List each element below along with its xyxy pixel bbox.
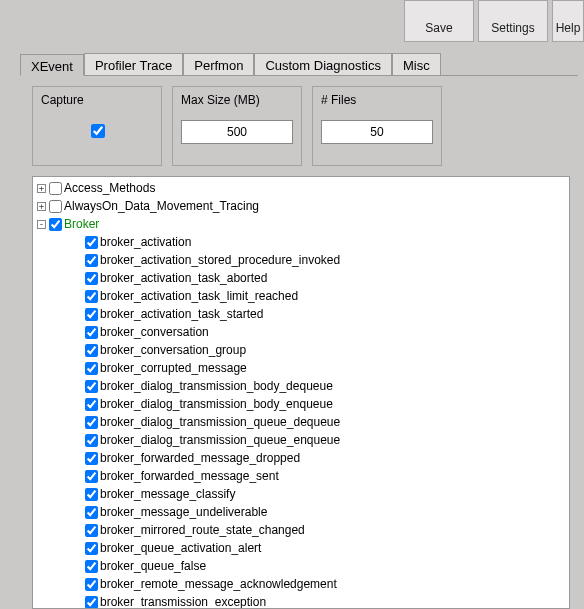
tree-row[interactable]: broker_forwarded_message_sent xyxy=(37,467,567,485)
expander-spacer xyxy=(73,418,82,427)
tree-checkbox[interactable] xyxy=(85,578,98,591)
tree-row[interactable]: broker_activation_task_aborted xyxy=(37,269,567,287)
tree-checkbox[interactable] xyxy=(85,236,98,249)
tree-label: broker_queue_false xyxy=(100,559,206,573)
tab-label: Misc xyxy=(403,58,430,73)
tree-checkbox[interactable] xyxy=(85,596,98,609)
expander-spacer xyxy=(73,238,82,247)
tree-checkbox[interactable] xyxy=(49,182,62,195)
expander-spacer xyxy=(73,328,82,337)
tree-row[interactable]: broker_activation_stored_procedure_invok… xyxy=(37,251,567,269)
tree-row[interactable]: broker_transmission_exception xyxy=(37,593,567,609)
tab-label: Perfmon xyxy=(194,58,243,73)
tab-label: Custom Diagnostics xyxy=(265,58,381,73)
tree-row[interactable]: broker_message_undeliverable xyxy=(37,503,567,521)
tree-label: broker_forwarded_message_dropped xyxy=(100,451,300,465)
tree-row[interactable]: broker_conversation xyxy=(37,323,567,341)
maxsize-input[interactable] xyxy=(181,120,293,144)
top-toolbar: Save Settings Help xyxy=(404,0,584,42)
tree-row[interactable]: broker_activation_task_limit_reached xyxy=(37,287,567,305)
tree-label: broker_message_undeliverable xyxy=(100,505,267,519)
tree-row[interactable]: broker_dialog_transmission_body_dequeue xyxy=(37,377,567,395)
tree-checkbox[interactable] xyxy=(85,434,98,447)
tree-row[interactable]: broker_message_classify xyxy=(37,485,567,503)
tree-checkbox[interactable] xyxy=(85,470,98,483)
tree-row[interactable]: broker_remote_message_acknowledgement xyxy=(37,575,567,593)
tree-checkbox[interactable] xyxy=(85,398,98,411)
capture-box: Capture xyxy=(32,86,162,166)
tree-row[interactable]: broker_forwarded_message_dropped xyxy=(37,449,567,467)
expander-spacer xyxy=(73,472,82,481)
tree-row[interactable]: broker_activation xyxy=(37,233,567,251)
tree-label: broker_corrupted_message xyxy=(100,361,247,375)
expander-spacer xyxy=(73,400,82,409)
save-button[interactable]: Save xyxy=(404,0,474,42)
files-box: # Files xyxy=(312,86,442,166)
tree-row[interactable]: broker_dialog_transmission_body_enqueue xyxy=(37,395,567,413)
settings-button[interactable]: Settings xyxy=(478,0,548,42)
expander-spacer xyxy=(73,490,82,499)
tab-xevent[interactable]: XEvent xyxy=(20,54,84,76)
tree-label: Access_Methods xyxy=(64,181,155,195)
tree-row[interactable]: broker_conversation_group xyxy=(37,341,567,359)
tab-strip: XEventProfiler TracePerfmonCustom Diagno… xyxy=(20,52,578,76)
expander-spacer xyxy=(73,580,82,589)
tree-checkbox[interactable] xyxy=(85,380,98,393)
tree-label: broker_dialog_transmission_queue_dequeue xyxy=(100,415,340,429)
tree-checkbox[interactable] xyxy=(85,524,98,537)
tab-perfmon[interactable]: Perfmon xyxy=(183,53,254,76)
expand-icon[interactable]: + xyxy=(37,184,46,193)
tree-label: broker_activation_stored_procedure_invok… xyxy=(100,253,340,267)
expander-spacer xyxy=(73,562,82,571)
tree-checkbox[interactable] xyxy=(85,560,98,573)
expander-spacer xyxy=(73,274,82,283)
expander-spacer xyxy=(73,454,82,463)
tree-checkbox[interactable] xyxy=(85,416,98,429)
capture-checkbox[interactable] xyxy=(91,124,105,138)
tree-row[interactable]: +AlwaysOn_Data_Movement_Tracing xyxy=(37,197,567,215)
tab-misc[interactable]: Misc xyxy=(392,53,441,76)
expander-spacer xyxy=(73,598,82,607)
tab-panel-xevent: Capture Max Size (MB) # Files +Access_Me… xyxy=(20,75,578,609)
maxsize-box: Max Size (MB) xyxy=(172,86,302,166)
help-button[interactable]: Help xyxy=(552,0,584,42)
tree-checkbox[interactable] xyxy=(85,488,98,501)
tree-checkbox[interactable] xyxy=(85,254,98,267)
tree-checkbox[interactable] xyxy=(85,542,98,555)
capture-label: Capture xyxy=(33,87,84,111)
tree-row[interactable]: broker_queue_activation_alert xyxy=(37,539,567,557)
tree-label: broker_activation_task_limit_reached xyxy=(100,289,298,303)
tab-profiler-trace[interactable]: Profiler Trace xyxy=(84,53,183,76)
tree-checkbox[interactable] xyxy=(85,344,98,357)
tree-row[interactable]: -Broker xyxy=(37,215,567,233)
tree-checkbox[interactable] xyxy=(85,362,98,375)
tree-checkbox[interactable] xyxy=(85,308,98,321)
tree-checkbox[interactable] xyxy=(85,452,98,465)
tree-checkbox[interactable] xyxy=(85,506,98,519)
tree-row[interactable]: broker_dialog_transmission_queue_enqueue xyxy=(37,431,567,449)
tree-row[interactable]: broker_corrupted_message xyxy=(37,359,567,377)
tree-label: broker_dialog_transmission_body_dequeue xyxy=(100,379,333,393)
expander-spacer xyxy=(73,256,82,265)
tree-row[interactable]: broker_dialog_transmission_queue_dequeue xyxy=(37,413,567,431)
tree-label: broker_dialog_transmission_body_enqueue xyxy=(100,397,333,411)
tree-row[interactable]: broker_activation_task_started xyxy=(37,305,567,323)
tree-checkbox[interactable] xyxy=(85,290,98,303)
tree-label: broker_dialog_transmission_queue_enqueue xyxy=(100,433,340,447)
expander-spacer xyxy=(73,382,82,391)
tree-checkbox[interactable] xyxy=(85,272,98,285)
settings-label: Settings xyxy=(491,21,534,35)
files-input[interactable] xyxy=(321,120,433,144)
tab-custom-diagnostics[interactable]: Custom Diagnostics xyxy=(254,53,392,76)
expand-icon[interactable]: + xyxy=(37,202,46,211)
tree-label: broker_activation_task_aborted xyxy=(100,271,267,285)
tree-checkbox[interactable] xyxy=(49,218,62,231)
tree-row[interactable]: broker_mirrored_route_state_changed xyxy=(37,521,567,539)
tree-row[interactable]: broker_queue_false xyxy=(37,557,567,575)
collapse-icon[interactable]: - xyxy=(37,220,46,229)
event-tree[interactable]: +Access_Methods+AlwaysOn_Data_Movement_T… xyxy=(32,176,570,609)
tree-row[interactable]: +Access_Methods xyxy=(37,179,567,197)
tree-checkbox[interactable] xyxy=(85,326,98,339)
tab-label: Profiler Trace xyxy=(95,58,172,73)
tree-checkbox[interactable] xyxy=(49,200,62,213)
